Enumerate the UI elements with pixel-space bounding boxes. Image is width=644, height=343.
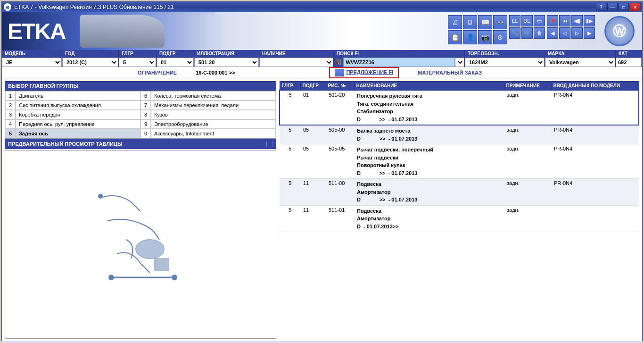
nora-icon[interactable]: 👤 [463,30,477,44]
year-label: ГОД [62,50,118,58]
search-dropdown[interactable] [455,58,464,67]
prev-page-icon[interactable]: ◀▮ [571,15,583,26]
close-button[interactable]: ✕ [630,3,640,11]
group-item[interactable]: Механизмы переключения, педали [151,100,276,110]
group-num[interactable]: 0 [140,129,151,138]
restriction-label[interactable]: ОГРАНИЧЕНИЕ [138,70,177,75]
group-item[interactable]: Кузов [151,110,276,119]
parts-table: ГЛГР ПОДГР РИС. № НАИМЕНОВАНИЕ ПРИМЕЧАНИ… [279,81,639,232]
group-num[interactable]: 5 [5,129,16,138]
copy-icon[interactable]: 📋 [448,30,462,44]
group-item[interactable]: Коробка передач [16,110,140,119]
group-item[interactable]: Задняя ось [16,129,140,138]
trade-label: ТОРГ.ОБОЗН. [465,50,545,58]
field-row: МОДЕЛЬ JE ГОД 2012 (C) ГЛГР 5 ПОДГР 01 И… [2,50,642,67]
window-title: ETKA 7 - Volkswagen Ревизия 7.3 PLUS Обн… [14,4,596,10]
minimize-button[interactable]: — [607,3,618,11]
group-num[interactable]: 3 [5,110,16,119]
key-icon: ⚿ [334,58,343,67]
elsa-icon[interactable]: EL [509,15,520,26]
book-icon[interactable]: 📖 [478,15,492,29]
titlebar: ⊜ ETKA 7 - Volkswagen Ревизия 7.3 PLUS О… [2,2,642,12]
podgr-label: ПОДГР [157,50,194,58]
maximize-button[interactable]: □ [619,3,629,11]
clipboard-icon[interactable]: 📎 [509,27,520,39]
restriction-value: 16-C-000 001 >> [196,70,235,75]
depot-icon[interactable]: DE [521,15,533,26]
col-glgr[interactable]: ГЛГР [280,82,300,91]
year-select[interactable]: 2012 (C) [62,58,118,67]
cat-input[interactable] [616,58,642,67]
pin-icon[interactable]: 📌 [547,15,558,26]
forward-icon[interactable]: ▶ [584,27,595,39]
group-num[interactable]: 6 [140,91,151,100]
group-num[interactable]: 2 [5,100,16,110]
model-label: МОДЕЛЬ [2,50,62,58]
material-link[interactable]: МАТЕРИАЛЬНЫЙ ЗАКАЗ [418,70,482,75]
svg-point-0 [99,194,102,198]
table-row[interactable]: 511511-01ПодвескаАмортизаторD - 01.07.20… [280,205,639,232]
vw-logo: Ⓦ [604,16,635,46]
glgr-select[interactable]: 5 [119,58,156,67]
svg-point-1 [136,240,164,259]
search-input[interactable] [343,58,455,67]
window-icon[interactable]: ▭ [534,15,545,26]
group-header: ВЫБОР ГЛАВНОЙ ГРУППЫ [5,81,276,91]
header-band: ETKA 🖨 🖥 📖 👓 📋 👤 📷 ⊛ EL [2,12,642,50]
group-num[interactable]: 9 [140,119,151,129]
mid-bar: ОГРАНИЧЕНИЕ 16-C-000 001 >> ПРЕДЛОЖЕНИЕ … [2,67,642,78]
first-icon[interactable]: ⏮ [559,15,570,26]
next-page-icon[interactable]: ▮▶ [584,15,595,26]
list-icon [335,69,344,76]
group-num[interactable]: 8 [140,110,151,119]
group-item[interactable]: Передняя ось, рул. управление [16,119,140,129]
camera-icon[interactable]: 📷 [478,30,492,44]
brand-select[interactable]: Volkswagen [545,58,615,67]
table-row[interactable]: 505505-00Балка заднего мостаD >> - 01.07… [280,125,639,144]
prev-icon[interactable]: ◁ [559,27,570,39]
offer-link[interactable]: ПРЕДЛОЖЕНИЕ FI [329,67,399,78]
print-icon[interactable]: 🖨 [448,15,462,29]
search-label: ПОИСК FI [334,50,464,58]
toolbar: 🖨 🖥 📖 👓 📋 👤 📷 ⊛ EL DE ▭ [448,15,595,44]
table-row[interactable]: 501501-20Поперечная рулевая тягаТяга, со… [280,90,639,125]
illust-label: ИЛЛЮСТРАЦИЯ [194,50,259,58]
group-item[interactable]: Электрооборудование [151,119,276,129]
podgr-select[interactable]: 01 [157,58,194,67]
group-item[interactable]: Сис.питания,выпуска,охлаждения [16,100,140,110]
monitor-icon[interactable]: 🖥 [463,15,477,29]
stock-label: НАЛИЧИЕ [259,50,333,58]
glgr-label: ГЛГР [119,50,156,58]
search-icon[interactable]: 👓 [493,15,507,29]
col-model[interactable]: ВВОД ДАННЫХ ПО МОДЕЛИ [551,82,639,91]
preview-toggle[interactable] [261,141,273,147]
group-item[interactable]: Колёса, тормозная система [151,91,276,100]
svg-point-3 [172,275,177,280]
cart-icon[interactable]: 🛒 [521,27,533,39]
group-num[interactable]: 4 [5,119,16,129]
illust-select[interactable]: 501-20 [194,58,259,67]
car-image [80,15,165,48]
col-note[interactable]: ПРИМЕЧАНИЕ [504,82,551,91]
stock-select[interactable] [259,58,333,67]
svg-rect-4 [155,259,169,270]
back-icon[interactable]: ◀ [547,27,558,39]
help-button[interactable]: ? [596,3,606,11]
trash-icon[interactable]: 🗑 [534,27,545,39]
group-item[interactable]: Аксессуары, Infotainment [151,129,276,138]
col-podgr[interactable]: ПОДГР [300,82,326,91]
table-row[interactable]: 505505-05Рычаг подвески, поперечныйРычаг… [280,144,639,179]
diagram-image [89,178,192,310]
table-row[interactable]: 511511-00ПодвескаАмортизаторD >> - 01.07… [280,179,639,206]
model-select[interactable]: JE [2,58,62,67]
group-num[interactable]: 1 [5,91,16,100]
col-fig[interactable]: РИС. № [326,82,354,91]
next-icon[interactable]: ▷ [571,27,583,39]
group-item[interactable]: Двигатель [16,91,140,100]
film-icon[interactable]: ⊛ [493,30,507,44]
cat-label: КАТ [616,50,642,58]
preview-header: ПРЕДВАРИТЕЛЬНЫЙ ПРОСМОТР ТАБЛИЦЫ [5,139,276,149]
col-name[interactable]: НАИМЕНОВАНИЕ [354,82,504,91]
group-num[interactable]: 7 [140,100,151,110]
trade-select[interactable]: 1624M2 [465,58,545,67]
